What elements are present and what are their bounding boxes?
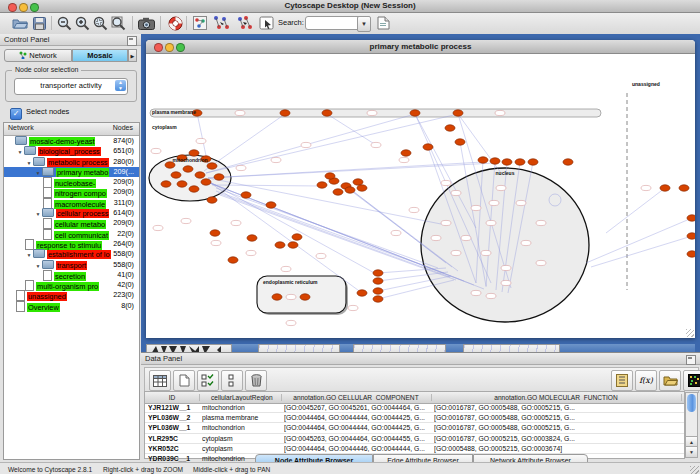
save-icon[interactable]	[30, 14, 48, 32]
network-node[interactable]	[266, 202, 276, 208]
network-node[interactable]	[453, 110, 463, 116]
zoom-selected-icon[interactable]	[91, 14, 109, 32]
view-resize-grip[interactable]	[686, 329, 694, 337]
network-edge[interactable]	[327, 114, 376, 145]
layout-one-icon[interactable]	[212, 14, 230, 32]
network-node[interactable]	[660, 185, 670, 191]
tree-row[interactable]: cell communicat22(0)	[4, 229, 139, 239]
network-node[interactable]	[201, 179, 211, 185]
network-edge[interactable]	[586, 218, 692, 263]
network-node-small[interactable]	[501, 265, 511, 270]
network-node-small[interactable]	[641, 185, 651, 190]
network-node[interactable]	[410, 110, 420, 116]
function-builder-icon[interactable]: f(x)	[635, 370, 657, 391]
network-node[interactable]	[490, 158, 500, 164]
tree-row[interactable]: ▼cellular process614(0)	[4, 208, 139, 218]
table-row[interactable]: YPL036W__2plasma membrane[GO:0044464, GO…	[145, 413, 684, 423]
network-edge[interactable]	[591, 236, 692, 267]
vizmapper-icon[interactable]	[191, 14, 209, 32]
network-node[interactable]	[207, 163, 217, 169]
tree-row[interactable]: ▼primary metabo209(...	[4, 167, 139, 177]
network-view-window[interactable]: primary metabolic process plasma membran…	[146, 40, 695, 338]
select-attributes-icon[interactable]	[197, 370, 219, 391]
tree-row[interactable]: ▼transport558(0)	[4, 260, 139, 270]
network-node-small[interactable]	[367, 110, 377, 115]
network-node-small[interactable]	[516, 200, 526, 205]
network-node-small[interactable]	[151, 148, 161, 153]
tab-network[interactable]: Network	[4, 49, 72, 62]
tree-row[interactable]: nucleobase-209(0)	[4, 177, 139, 187]
network-node[interactable]	[401, 150, 411, 156]
network-node-small[interactable]	[431, 235, 441, 240]
network-node-small[interactable]	[495, 110, 505, 115]
tree-row[interactable]: response to stimulu264(0)	[4, 239, 139, 249]
table-column-header[interactable]: annotation.GO MOLECULAR_FUNCTION	[431, 394, 682, 401]
network-node[interactable]	[300, 294, 310, 300]
network-node[interactable]	[333, 189, 343, 195]
tree-row[interactable]: ▼biological_process651(0)	[4, 146, 139, 156]
network-node-small[interactable]	[211, 240, 221, 245]
network-node-small[interactable]	[496, 185, 506, 190]
network-node-small[interactable]	[501, 280, 511, 285]
network-node-small[interactable]	[461, 235, 471, 240]
network-node[interactable]	[502, 159, 512, 165]
network-node-small[interactable]	[286, 294, 296, 299]
network-node[interactable]	[325, 173, 335, 179]
annotation-icon[interactable]	[258, 14, 276, 32]
zoom-fit-icon[interactable]	[109, 14, 127, 32]
network-node-small[interactable]	[271, 157, 281, 162]
network-node[interactable]	[345, 187, 355, 193]
network-node-small[interactable]	[231, 220, 241, 225]
network-edge[interactable]	[216, 191, 444, 273]
network-node[interactable]	[161, 181, 171, 187]
network-node[interactable]	[357, 185, 367, 191]
attribute-table-icon[interactable]	[149, 370, 171, 391]
network-node-small[interactable]	[181, 218, 191, 223]
tree-column-nodes[interactable]: Nodes	[113, 124, 133, 131]
network-node[interactable]	[423, 144, 433, 150]
table-row[interactable]: YJR121W__1mitochondrion[GO:0045267, GO:0…	[145, 403, 684, 413]
network-node[interactable]	[214, 174, 224, 180]
network-node[interactable]	[353, 179, 363, 185]
window-resize-grip[interactable]	[690, 466, 699, 474]
network-node-small[interactable]	[235, 110, 245, 115]
network-node-small[interactable]	[471, 290, 481, 295]
zoom-in-icon[interactable]	[73, 14, 91, 32]
network-node[interactable]	[247, 235, 257, 241]
network-node-small[interactable]	[489, 200, 499, 205]
network-node-small[interactable]	[399, 157, 409, 162]
network-node[interactable]	[171, 172, 181, 178]
scrollbar-thumb[interactable]	[687, 394, 696, 412]
network-node[interactable]	[189, 150, 199, 156]
tree-row[interactable]: secretion41(0)	[4, 270, 139, 280]
table-column-header[interactable]: _cellularLayoutRegion	[199, 394, 282, 401]
nucleus-region[interactable]	[421, 168, 589, 322]
search-input[interactable]	[305, 16, 361, 30]
unselect-attributes-icon[interactable]	[221, 370, 243, 391]
tree-row[interactable]: nitrogen compo209(0)	[4, 187, 139, 197]
network-canvas[interactable]: plasma membranecytoplasmmitochondrionnuc…	[146, 53, 695, 338]
network-node[interactable]	[280, 110, 290, 116]
network-node[interactable]	[528, 159, 538, 165]
float-panel-icon[interactable]	[686, 355, 696, 365]
new-document-icon[interactable]	[374, 14, 392, 32]
network-node[interactable]	[292, 234, 302, 240]
network-edge[interactable]	[206, 114, 458, 173]
network-node[interactable]	[357, 290, 367, 296]
network-node-small[interactable]	[486, 293, 496, 298]
network-node[interactable]	[515, 159, 525, 165]
tab-mosaic[interactable]: Mosaic	[72, 49, 128, 62]
tree-row[interactable]: cellular metabo209(0)	[4, 218, 139, 228]
layout-two-icon[interactable]	[236, 14, 254, 32]
network-node[interactable]	[445, 125, 455, 131]
table-row[interactable]: YPL036W__1mitochondrion[GO:0044464, GO:0…	[145, 423, 684, 433]
network-node-small[interactable]	[536, 220, 546, 225]
tree-row[interactable]: multi-organism pro42(0)	[4, 280, 139, 290]
network-node[interactable]	[228, 257, 238, 263]
select-nodes-checkbox[interactable]: ✓	[10, 108, 22, 120]
tree-row[interactable]: ▼establishment of lo558(0)	[4, 249, 139, 259]
network-node-small[interactable]	[521, 240, 531, 245]
network-node[interactable]	[207, 197, 217, 203]
network-node[interactable]	[322, 110, 332, 116]
network-node[interactable]	[563, 159, 573, 165]
